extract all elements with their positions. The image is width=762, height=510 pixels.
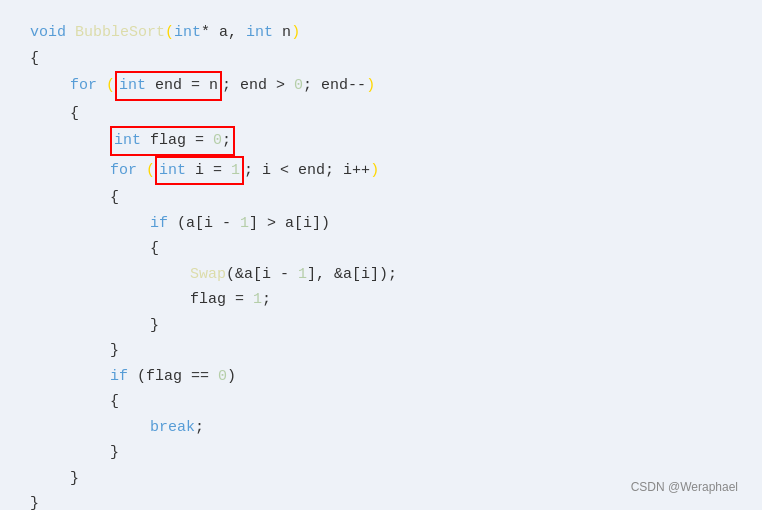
code-line-7: { xyxy=(110,185,732,211)
code-line-3: for ( int end = n ; end > 0 ; end-- ) xyxy=(70,71,732,101)
function-name: BubbleSort xyxy=(75,20,165,46)
code-line-13: } xyxy=(110,338,732,364)
code-container: void BubbleSort ( int * a, int n ) { for… xyxy=(0,0,762,510)
code-line-16: break ; xyxy=(150,415,732,441)
code-line-15: { xyxy=(110,389,732,415)
code-line-6: for ( int i = 1 ; i < end; i++ ) xyxy=(110,156,732,186)
code-line-10: Swap (&a[i - 1 ], &a[i]); xyxy=(190,262,732,288)
keyword-void: void xyxy=(30,20,66,46)
code-line-12: } xyxy=(150,313,732,339)
highlight-int-flag: int flag = 0; xyxy=(110,126,235,156)
watermark: CSDN @Weraphael xyxy=(631,480,738,494)
code-line-8: if (a[i - 1 ] > a[i]) xyxy=(150,211,732,237)
code-line-11: flag = 1 ; xyxy=(190,287,732,313)
code-line-9: { xyxy=(150,236,732,262)
highlight-int-end: int end = n xyxy=(115,71,222,101)
code-line-4: { xyxy=(70,101,732,127)
code-line-14: if (flag == 0 ) xyxy=(110,364,732,390)
code-line-19: } xyxy=(30,491,732,510)
code-line-17: } xyxy=(110,440,732,466)
code-line-2: { xyxy=(30,46,732,72)
code-block: void BubbleSort ( int * a, int n ) { for… xyxy=(30,20,732,510)
code-line-1: void BubbleSort ( int * a, int n ) xyxy=(30,20,732,46)
code-line-5: int flag = 0; xyxy=(110,126,732,156)
highlight-int-i: int i = 1 xyxy=(155,156,244,186)
